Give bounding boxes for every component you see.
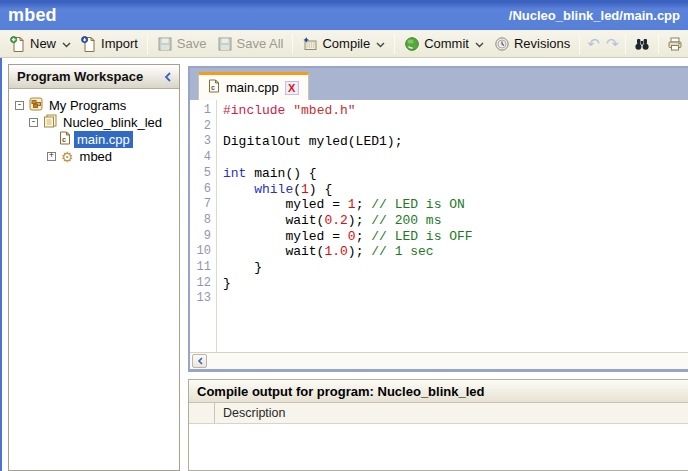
line-numbers: 12345678910111213 [190,100,217,352]
toolbar-separator [579,34,580,54]
code-line: myled = 1; // LED is ON [223,197,688,213]
compile-button-label: Compile [322,36,370,51]
toolbar: New Import Save Save All [0,30,688,58]
line-number: 13 [190,291,211,307]
code-line: DigitalOut myled(LED1); [223,134,688,150]
compile-icon [302,36,318,52]
tree-label-my-programs[interactable]: My Programs [46,97,129,114]
commit-button-label: Commit [424,36,469,51]
line-number: 3 [190,134,211,150]
workspace-area: Program Workspace - My Programs - [0,58,688,471]
tree-label-main-cpp[interactable]: main.cpp [74,131,133,148]
import-button[interactable]: Import [76,34,143,54]
revisions-button-label: Revisions [514,36,570,51]
code-line [223,291,688,307]
toolbar-separator [292,34,293,54]
line-number: 9 [190,229,211,245]
close-tab-icon[interactable]: X [285,81,299,95]
code-lines: #include "mbed.h" DigitalOut myled(LED1)… [217,100,688,352]
program-workspace-panel: Program Workspace - My Programs - [8,64,180,471]
tree-label-mbed-library[interactable]: mbed [77,148,116,165]
line-number: 7 [190,197,211,213]
code-line: #include "mbed.h" [223,103,688,119]
toolbar-separator [658,34,659,54]
workspace-tree: - My Programs - Nucleo_blink_led c [9,89,179,165]
expand-expander-icon[interactable]: + [47,152,56,161]
save-all-button[interactable]: Save All [212,34,289,54]
description-column-header: Description [215,406,286,420]
tab-main-cpp[interactable]: c main.cpp X [198,72,309,100]
tree-label-program[interactable]: Nucleo_blink_led [60,114,165,131]
svg-text:c: c [62,136,66,144]
editor-panel: c main.cpp X 12345678910111213 #include … [188,66,688,372]
code-line: int main() { [223,166,688,182]
compile-output-panel: Compile output for program: Nucleo_blink… [188,379,688,471]
tab-label: main.cpp [226,80,279,95]
cpp-file-icon: c [208,79,220,96]
save-icon [157,36,173,52]
commit-icon [404,36,420,52]
line-number: 2 [190,119,211,135]
find-binoculars-icon[interactable] [634,36,650,52]
redo-icon[interactable]: ↷ [603,35,622,53]
program-workspace-header: Program Workspace [9,65,179,89]
tree-item-program[interactable]: - Nucleo_blink_led [9,114,179,131]
line-number: 12 [190,276,211,292]
program-workspace-title: Program Workspace [17,69,143,84]
code-line: while(1) { [223,182,688,198]
compile-output-header: Compile output for program: Nucleo_blink… [189,380,688,403]
mbed-compiler-window: mbed /Nucleo_blink_led/main.cpp New Impo… [0,0,688,471]
workspace-icon [29,97,43,114]
cpp-file-icon: c [59,131,71,148]
compile-button[interactable]: Compile [297,34,390,54]
code-line [223,150,688,166]
new-button-label: New [30,36,56,51]
toolbar-separator [394,34,395,54]
line-number: 8 [190,213,211,229]
collapse-panel-icon[interactable] [164,68,171,86]
compile-output-title: Compile output for program: Nucleo_blink… [197,384,484,399]
line-number: 1 [190,103,211,119]
title-bar: mbed /Nucleo_blink_led/main.cpp [0,0,688,30]
commit-button[interactable]: Commit [399,34,489,54]
save-button[interactable]: Save [152,34,212,54]
gear-icon: ⚙ [61,150,74,164]
collapse-expander-icon[interactable]: - [15,101,24,110]
horizontal-scrollbar[interactable] [190,352,688,369]
save-all-icon [217,36,233,52]
mbed-logo: mbed [8,5,57,26]
revisions-button[interactable]: Revisions [489,34,575,54]
code-line: wait(1.0); // 1 sec [223,244,688,260]
code-editor[interactable]: 12345678910111213 #include "mbed.h" Digi… [190,100,688,352]
code-line: wait(0.2); // 200 ms [223,213,688,229]
save-all-button-label: Save All [237,36,284,51]
compile-output-column-headers: Description [189,403,688,424]
import-icon [81,36,97,52]
line-number: 5 [190,166,211,182]
import-button-label: Import [101,36,138,51]
tree-item-my-programs[interactable]: - My Programs [9,97,179,114]
scroll-left-icon[interactable] [192,354,207,368]
save-button-label: Save [177,36,207,51]
toolbar-separator [625,34,626,54]
revisions-icon [494,36,510,52]
code-line: } [223,260,688,276]
line-number: 6 [190,182,211,198]
tree-item-main-cpp[interactable]: c main.cpp [9,131,179,148]
editor-tab-bar: c main.cpp X [190,68,688,100]
new-button[interactable]: New [5,34,76,54]
printer-icon[interactable] [667,36,683,52]
code-line: } [223,276,688,292]
program-folder-icon [43,114,57,131]
toolbar-separator [147,34,148,54]
collapse-expander-icon[interactable]: - [29,118,38,127]
open-file-path: /Nucleo_blink_led/main.cpp [509,8,680,23]
chevron-down-icon [62,36,71,51]
line-number: 4 [190,150,211,166]
chevron-down-icon [475,36,484,51]
code-line: myled = 0; // LED is OFF [223,229,688,245]
new-document-icon [10,36,26,52]
tree-item-mbed-library[interactable]: + ⚙ mbed [9,148,179,165]
line-number: 10 [190,244,211,260]
undo-icon[interactable]: ↶ [584,35,603,53]
